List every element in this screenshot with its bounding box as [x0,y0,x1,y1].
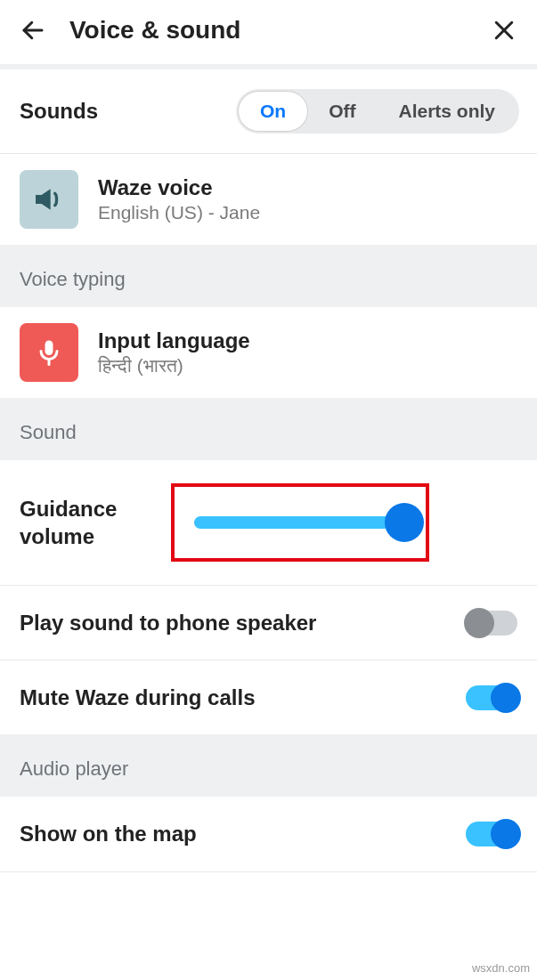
sounds-row: Sounds On Off Alerts only [0,69,537,154]
guidance-volume-slider[interactable] [194,503,413,542]
waze-voice-title: Waze voice [98,175,260,200]
section-header-sound: Sound [0,398,537,460]
waze-voice-row[interactable]: Waze voice English (US) - Jane [0,154,537,245]
sounds-option-alerts-only[interactable]: Alerts only [377,92,517,131]
waze-voice-subtitle: English (US) - Jane [98,202,260,223]
guidance-volume-label: Guidance volume [20,495,171,550]
sounds-segmented: On Off Alerts only [236,89,519,134]
section-header-voice-typing: Voice typing [0,245,537,307]
back-icon[interactable] [20,17,46,44]
show-on-map-row: Show on the map [0,797,537,871]
input-language-subtitle: हिन्दी (भारत) [98,355,250,377]
sounds-option-off[interactable]: Off [307,92,377,131]
mute-during-calls-row: Mute Waze during calls [0,660,537,734]
microphone-icon [20,323,78,382]
watermark: wsxdn.com [472,961,530,975]
section-header-audio-player: Audio player [0,734,537,797]
waze-voice-text: Waze voice English (US) - Jane [98,175,260,223]
header: Voice & sound [0,0,537,64]
guidance-volume-row: Guidance volume [0,460,537,586]
show-on-map-toggle[interactable] [466,822,517,846]
sounds-option-on[interactable]: On [239,92,307,131]
input-language-row[interactable]: Input language हिन्दी (भारत) [0,307,537,398]
play-to-speaker-row: Play sound to phone speaker [0,586,537,660]
sounds-label: Sounds [20,99,236,124]
megaphone-icon [20,170,78,229]
svg-rect-3 [45,341,53,356]
page-title: Voice & sound [69,16,491,45]
mute-during-calls-label: Mute Waze during calls [20,684,466,711]
play-to-speaker-label: Play sound to phone speaker [20,609,466,636]
play-to-speaker-toggle[interactable] [466,611,517,636]
input-language-text: Input language हिन्दी (भारत) [98,328,250,377]
guidance-volume-highlight [171,483,429,562]
show-on-map-label: Show on the map [20,820,466,847]
input-language-title: Input language [98,328,250,353]
close-icon[interactable] [491,17,517,44]
mute-during-calls-toggle[interactable] [466,685,517,710]
